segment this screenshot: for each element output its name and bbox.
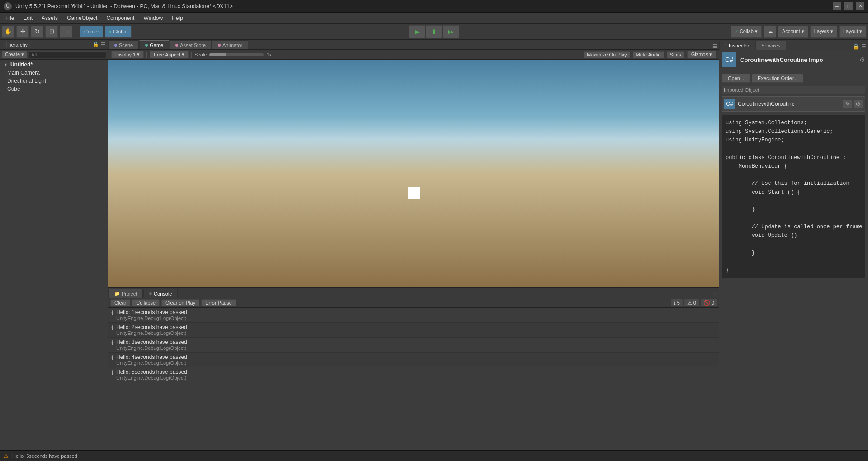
options-separator-2 xyxy=(191,52,192,58)
clear-button[interactable]: Clear xyxy=(110,299,130,306)
console-entry[interactable]: ℹ Hello: 1seconds have passed UnityEngin… xyxy=(108,308,719,323)
collab-button[interactable]: ✓ Collab ▾ xyxy=(731,26,762,38)
account-button[interactable]: Account ▾ xyxy=(778,26,808,38)
entry-icon: ℹ xyxy=(111,310,113,317)
clear-on-play-button[interactable]: Clear on Play xyxy=(161,299,199,306)
imported-item-edit-button[interactable]: ✎ xyxy=(842,99,852,108)
menu-window[interactable]: Window xyxy=(140,14,166,22)
hierarchy-tab[interactable]: Hierarchy xyxy=(3,41,31,48)
menu-help[interactable]: Help xyxy=(168,14,187,22)
unity-logo: U xyxy=(4,2,12,10)
global-button[interactable]: ● Global xyxy=(105,26,132,38)
hierarchy-lock-icon[interactable]: 🔒 xyxy=(93,42,99,47)
status-message: Hello: 5seconds have passed xyxy=(12,453,77,459)
tab-game[interactable]: Game xyxy=(139,40,169,49)
rotate-tool-button[interactable]: ↻ xyxy=(31,26,43,38)
execution-order-button[interactable]: Execution Order... xyxy=(752,74,803,83)
scale-slider[interactable] xyxy=(209,53,264,56)
inspector-tab-inspector[interactable]: ℹ Inspector xyxy=(719,41,755,50)
error-pause-button[interactable]: Error Pause xyxy=(201,299,236,306)
inspector-menu-icon[interactable]: ☰ xyxy=(861,43,866,50)
tab-asset-store[interactable]: Asset Store xyxy=(170,40,212,49)
warn-count: 0 xyxy=(693,300,696,306)
title-text: Unity 5.5.2f1 Personal (64bit) - Untitle… xyxy=(15,3,833,9)
entry-text: Hello: 1seconds have passed UnityEngine.… xyxy=(116,309,716,321)
center-area: Scene Game Asset Store Animator ☰ Displa… xyxy=(108,40,719,450)
hierarchy-toolbar: Create ▾ xyxy=(0,50,108,60)
inspector-lock-icon[interactable]: 🔒 xyxy=(853,43,859,50)
tab-scene[interactable]: Scene xyxy=(108,40,139,49)
entry-icon: ℹ xyxy=(111,354,113,362)
menu-edit[interactable]: Edit xyxy=(19,14,36,22)
inspector-settings-icon[interactable]: ⚙ xyxy=(859,56,865,63)
imported-object-label: Imported Object xyxy=(722,86,865,94)
animator-tab-icon xyxy=(218,44,221,47)
console-entry[interactable]: ℹ Hello: 3seconds have passed UnityEngin… xyxy=(108,338,719,353)
stats-button[interactable]: Stats xyxy=(667,51,684,58)
menu-component[interactable]: Component xyxy=(103,14,138,22)
console-content: ℹ Hello: 1seconds have passed UnityEngin… xyxy=(108,308,719,450)
collapse-button[interactable]: Collapse xyxy=(132,299,160,306)
hierarchy-menu-icon[interactable]: ☰ xyxy=(101,42,105,47)
toolbar: ✋ ✛ ↻ ⊡ ▭ Center ● Global ▶ ⏸ ⏭ ✓ Collab… xyxy=(0,24,868,40)
hierarchy-item-main-camera[interactable]: Main Camera xyxy=(0,69,108,77)
console-tab-icon: ≡ xyxy=(149,291,152,296)
info-count: 5 xyxy=(677,300,680,306)
animator-tab-label: Animator xyxy=(222,42,242,48)
menu-assets[interactable]: Assets xyxy=(38,14,61,22)
rect-tool-button[interactable]: ▭ xyxy=(60,26,72,38)
hand-tool-button[interactable]: ✋ xyxy=(2,26,14,38)
hierarchy-item-directional-light[interactable]: Directional Light xyxy=(0,77,108,85)
entry-sub: UnityEngine.Debug:Log(Object) xyxy=(116,345,716,351)
layout-button[interactable]: Layout ▾ xyxy=(839,26,866,38)
console-toolbar: Clear Collapse Clear on Play Error Pause… xyxy=(108,298,719,308)
bottom-tabs-menu-icon[interactable]: ☰ xyxy=(712,292,717,298)
console-entry[interactable]: ℹ Hello: 5seconds have passed UnityEngin… xyxy=(108,367,719,382)
maximize-on-play-button[interactable]: Maximize On Play xyxy=(584,51,630,58)
entry-text: Hello: 5seconds have passed UnityEngine.… xyxy=(116,369,716,381)
warn-badge: ⚠ 0 xyxy=(684,299,699,306)
cloud-button[interactable]: ☁ xyxy=(764,26,776,38)
entry-text: Hello: 3seconds have passed UnityEngine.… xyxy=(116,339,716,351)
hierarchy-item-cube[interactable]: Cube xyxy=(0,85,108,93)
entry-icon: ℹ xyxy=(111,325,113,332)
center-button[interactable]: Center xyxy=(80,26,103,38)
menu-file[interactable]: File xyxy=(2,14,18,22)
entry-main: Hello: 1seconds have passed xyxy=(116,309,716,315)
move-tool-button[interactable]: ✛ xyxy=(16,26,29,38)
minimize-button[interactable]: ─ xyxy=(833,2,841,10)
maximize-button[interactable]: □ xyxy=(844,2,853,10)
scene-tab-icon xyxy=(114,44,117,47)
imported-item-settings-button[interactable]: ⚙ xyxy=(853,99,863,108)
gizmos-button[interactable]: Gizmos ▾ xyxy=(687,51,716,58)
hierarchy-item-label: Directional Light xyxy=(7,78,46,84)
inspector-script-header: C# CoroutinewithCoroutine Impo ⚙ xyxy=(722,52,865,70)
inspector-tab-services[interactable]: Services xyxy=(755,41,786,50)
close-button[interactable]: ✕ xyxy=(856,2,864,10)
entry-sub: UnityEngine.Debug:Log(Object) xyxy=(116,375,716,381)
console-entry[interactable]: ℹ Hello: 2seconds have passed UnityEngin… xyxy=(108,323,719,338)
scale-tool-button[interactable]: ⊡ xyxy=(45,26,58,38)
hierarchy-create-button[interactable]: Create ▾ xyxy=(2,51,27,58)
console-entry[interactable]: ℹ Hello: 4seconds have passed UnityEngin… xyxy=(108,353,719,367)
play-button[interactable]: ▶ xyxy=(409,25,425,38)
layers-button[interactable]: Layers ▾ xyxy=(810,26,837,38)
entry-sub: UnityEngine.Debug:Log(Object) xyxy=(116,315,716,321)
display-selector[interactable]: Display 1 ▾ xyxy=(111,51,144,58)
tab-console[interactable]: ≡ Console xyxy=(143,289,178,298)
menu-gameobject[interactable]: GameObject xyxy=(63,14,101,22)
toolbar-separator-1 xyxy=(76,27,76,37)
tab-animator[interactable]: Animator xyxy=(212,40,248,49)
pause-button[interactable]: ⏸ xyxy=(426,25,442,38)
play-controls: ▶ ⏸ ⏭ xyxy=(409,25,459,38)
tab-project[interactable]: 📁 Project xyxy=(108,289,143,298)
aspect-selector[interactable]: Free Aspect ▾ xyxy=(150,51,189,58)
scene-root-label: Untitled* xyxy=(10,61,33,68)
hierarchy-scene-root[interactable]: ▼ Untitled* xyxy=(0,61,108,69)
step-button[interactable]: ⏭ xyxy=(443,25,459,38)
inspector-btn-row: Open... Execution Order... xyxy=(722,74,865,83)
open-button[interactable]: Open... xyxy=(722,74,750,83)
mute-audio-button[interactable]: Mute Audio xyxy=(633,51,664,58)
center-tabs-menu-icon[interactable]: ☰ xyxy=(712,43,717,49)
hierarchy-search-input[interactable] xyxy=(29,51,106,58)
